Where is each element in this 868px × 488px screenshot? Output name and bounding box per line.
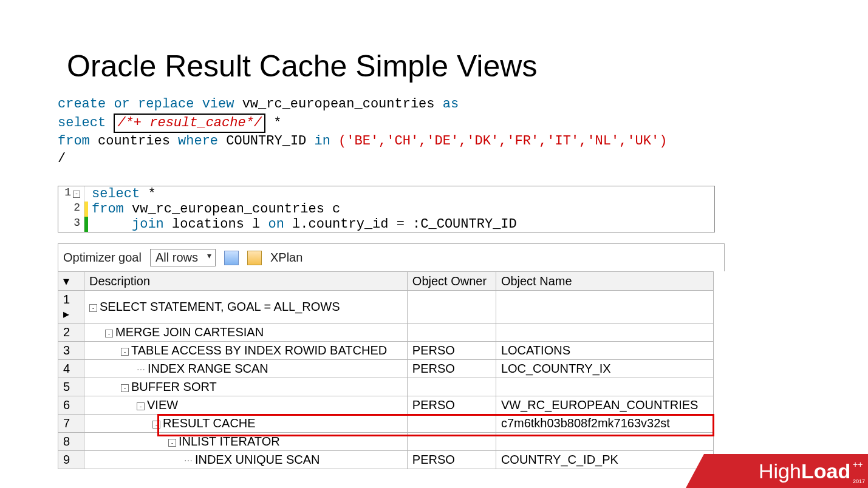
- plan-row[interactable]: 5-BUFFER SORT: [58, 378, 714, 396]
- sql-keyword: as: [443, 97, 459, 112]
- plan-description-cell: -VIEW: [84, 396, 408, 415]
- plan-row-number: 9: [58, 451, 84, 469]
- slide-title: Oracle Result Cache Simple Views: [67, 49, 868, 84]
- editor-line[interactable]: 1-select *: [58, 186, 714, 202]
- toolbar-icon-2[interactable]: [247, 251, 262, 265]
- logo-pre: High: [759, 459, 801, 483]
- tree-toggle-icon[interactable]: -: [121, 348, 129, 356]
- col-description[interactable]: Description: [84, 272, 408, 291]
- plan-owner-cell: [407, 415, 496, 433]
- xplan-label[interactable]: XPlan: [270, 251, 302, 265]
- plan-object-cell: [496, 433, 713, 451]
- plan-row[interactable]: 3-TABLE ACCESS BY INDEX ROWID BATCHEDPER…: [58, 342, 714, 360]
- line-number: 1-: [58, 186, 84, 202]
- sql-keyword: from: [58, 134, 90, 149]
- plan-row-number: 3: [58, 342, 84, 360]
- explain-plan-table: ▾ Description Object Owner Object Name 1…: [58, 271, 714, 469]
- sql-terminator: /: [58, 151, 868, 168]
- plan-toolbar: Optimizer goal All rows XPlan: [58, 243, 725, 271]
- plan-owner-cell: [407, 291, 496, 324]
- fold-icon[interactable]: -: [73, 191, 80, 198]
- sql-keyword: select: [58, 115, 106, 130]
- sql-hint: /*+ result_cache*/: [117, 115, 262, 130]
- plan-row[interactable]: 2-MERGE JOIN CARTESIAN: [58, 324, 714, 342]
- row-header-menu[interactable]: ▾: [58, 272, 84, 291]
- plan-row-number: 4: [58, 360, 84, 378]
- plan-row-number: 6: [58, 396, 84, 415]
- logo-bold: Load: [801, 459, 850, 483]
- tree-toggle-icon[interactable]: -: [105, 330, 113, 337]
- plan-owner-cell: PERSO: [407, 342, 496, 360]
- optimizer-goal-combo[interactable]: All rows: [150, 249, 216, 266]
- sql-identifier: COUNTRY_ID: [226, 134, 306, 149]
- toolbar-icon-1[interactable]: [224, 251, 239, 265]
- plan-owner-cell: [407, 433, 496, 451]
- plan-object-cell: [496, 378, 713, 396]
- plan-description-cell: -BUFFER SORT: [84, 378, 408, 396]
- plan-object-cell: [496, 324, 713, 342]
- highload-logo: HighLoad ++ 2017: [686, 454, 868, 488]
- tree-toggle-icon[interactable]: -: [89, 304, 97, 312]
- plan-row[interactable]: 9⋯ INDEX UNIQUE SCANPERSOCOUNTRY_C_ID_PK: [58, 451, 714, 469]
- plan-row-number: 2: [58, 324, 84, 342]
- sql-identifier: countries: [98, 134, 170, 149]
- col-object-owner[interactable]: Object Owner: [407, 272, 496, 291]
- logo-suffix: ++: [853, 459, 863, 469]
- sql-identifier: vw_rc_european_countries: [242, 97, 435, 112]
- plan-description-cell: ⋯ INDEX RANGE SCAN: [84, 360, 408, 378]
- logo-year: 2017: [853, 478, 865, 484]
- sql-keyword: create or replace view: [58, 97, 234, 112]
- result-cache-hint-box: /*+ result_cache*/: [114, 114, 265, 134]
- plan-row[interactable]: 8-INLIST ITERATOR: [58, 433, 714, 451]
- sql-keyword: in: [315, 134, 330, 149]
- sql-keyword: where: [178, 134, 218, 149]
- plan-object-cell: LOCATIONS: [496, 342, 713, 360]
- plan-row-number: 8: [58, 433, 84, 451]
- tree-toggle-icon[interactable]: -: [137, 402, 145, 410]
- plan-description-cell: -TABLE ACCESS BY INDEX ROWID BATCHED: [84, 342, 408, 360]
- sql-editor[interactable]: 1-select *2from vw_rc_european_countries…: [58, 186, 715, 232]
- plan-owner-cell: PERSO: [407, 360, 496, 378]
- editor-line[interactable]: 2from vw_rc_european_countries c: [58, 202, 714, 217]
- plan-owner-cell: PERSO: [407, 396, 496, 415]
- plan-description-cell: -INLIST ITERATOR: [84, 433, 408, 451]
- sql-string-list: ('BE','CH','DE','DK','FR','IT','NL','UK'…: [338, 134, 667, 149]
- tree-toggle-icon[interactable]: -: [121, 384, 129, 392]
- plan-row[interactable]: 1 ▸-SELECT STATEMENT, GOAL = ALL_ROWS: [58, 291, 714, 324]
- line-number: 2: [58, 202, 84, 217]
- plan-row[interactable]: 7-RESULT CACHEc7m6tkh03b808f2mk7163v32st: [58, 415, 714, 433]
- tree-toggle-icon[interactable]: -: [152, 421, 160, 429]
- plan-row-number: 7: [58, 415, 84, 433]
- plan-description-cell: -SELECT STATEMENT, GOAL = ALL_ROWS: [84, 291, 408, 324]
- plan-object-cell: COUNTRY_C_ID_PK: [496, 451, 713, 469]
- optimizer-goal-label: Optimizer goal: [63, 251, 142, 265]
- code-text[interactable]: select *: [88, 186, 714, 202]
- explain-plan-panel: ▾ Description Object Owner Object Name 1…: [0, 271, 868, 469]
- plan-row[interactable]: 6-VIEWPERSOVW_RC_EUROPEAN_COUNTRIES: [58, 396, 714, 415]
- svg-text:HighLoad: HighLoad: [759, 459, 850, 483]
- sql-block-1: create or replace view vw_rc_european_co…: [58, 96, 868, 168]
- plan-object-cell: LOC_COUNTRY_IX: [496, 360, 713, 378]
- code-text[interactable]: from vw_rc_european_countries c: [88, 202, 714, 217]
- plan-owner-cell: [407, 378, 496, 396]
- plan-row-number: 5: [58, 378, 84, 396]
- editor-line[interactable]: 3 join locations l on l.country_id = :C_…: [58, 217, 714, 232]
- plan-object-cell: c7m6tkh03b808f2mk7163v32st: [496, 415, 713, 433]
- plan-description-cell: -MERGE JOIN CARTESIAN: [84, 324, 408, 342]
- code-text[interactable]: join locations l on l.country_id = :C_CO…: [88, 217, 714, 232]
- plan-owner-cell: PERSO: [407, 451, 496, 469]
- sql-star: *: [273, 115, 281, 130]
- plan-description-cell: -RESULT CACHE: [84, 415, 408, 433]
- plan-row[interactable]: 4⋯ INDEX RANGE SCANPERSOLOC_COUNTRY_IX: [58, 360, 714, 378]
- tree-toggle-icon[interactable]: -: [168, 439, 176, 447]
- plan-owner-cell: [407, 324, 496, 342]
- col-object-name[interactable]: Object Name: [496, 272, 713, 291]
- plan-description-cell: ⋯ INDEX UNIQUE SCAN: [84, 451, 408, 469]
- plan-object-cell: [496, 291, 713, 324]
- line-number: 3: [58, 217, 84, 232]
- plan-object-cell: VW_RC_EUROPEAN_COUNTRIES: [496, 396, 713, 415]
- plan-row-number: 1 ▸: [58, 291, 84, 324]
